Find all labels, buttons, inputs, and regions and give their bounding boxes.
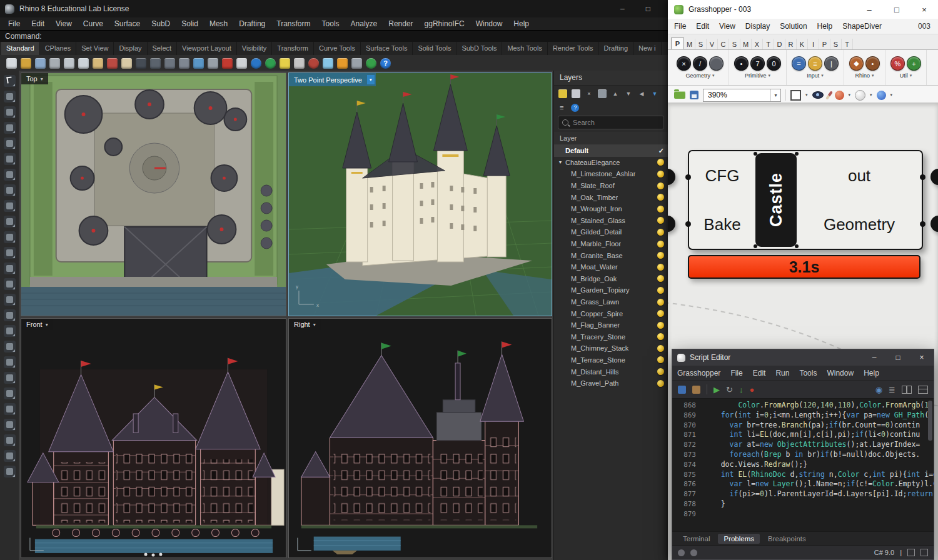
gh-menu-edit[interactable]: Edit <box>691 22 714 31</box>
rotate-tool-icon[interactable] <box>4 388 16 399</box>
ribbon-group-label[interactable]: Geometry <box>685 72 714 79</box>
layer-visibility-bulb-icon[interactable] <box>657 356 664 363</box>
zoom-dropdown[interactable]: 390% ▾ <box>703 89 781 102</box>
rhino-menu-view[interactable]: View <box>50 19 78 28</box>
rhino-menu-render[interactable]: Render <box>383 19 418 28</box>
move-up-icon[interactable]: ▲ <box>611 89 620 98</box>
gh-category-tab-15-t[interactable]: T <box>842 39 853 49</box>
toolbar-tab-viewport-layout[interactable]: Viewport Layout <box>177 42 237 55</box>
chevron-down-icon[interactable]: ▾ <box>849 92 851 98</box>
layer-visibility-bulb-icon[interactable] <box>657 229 664 236</box>
toolbar-tab-render-tools[interactable]: Render Tools <box>548 42 599 55</box>
new-file-icon[interactable] <box>6 58 17 69</box>
layer-row-m-stained-glass[interactable]: M_Stained_Glass <box>554 215 668 227</box>
front-viewport-canvas[interactable] <box>21 319 286 558</box>
line-numbers-icon[interactable]: ≣ <box>889 386 895 394</box>
gh-titlebar[interactable]: Grasshopper - 003 – □ × <box>668 0 938 19</box>
component-output-port[interactable] <box>920 221 925 227</box>
layer-visibility-bulb-icon[interactable] <box>657 287 664 294</box>
paste-icon[interactable] <box>93 58 103 69</box>
layer-row-m-bridge-oak[interactable]: M_Bridge_Oak <box>554 273 668 285</box>
gh-category-tab-5-s[interactable]: S <box>729 39 740 49</box>
layer-visibility-bulb-icon[interactable] <box>657 194 664 201</box>
filter-icon[interactable]: ▼ <box>650 89 659 98</box>
toolbar-tab-transform[interactable]: Transform <box>272 42 314 55</box>
notifications-icon[interactable] <box>690 549 697 556</box>
panel-toggle-icon[interactable] <box>920 549 928 556</box>
layer-visibility-bulb-icon[interactable] <box>657 345 664 352</box>
insert-snippet-icon[interactable]: ↓ <box>739 386 744 394</box>
layer-row-m-terrace-stone[interactable]: M_Terrace_Stone <box>554 354 668 366</box>
rhino-maximize-button[interactable]: □ <box>646 4 650 13</box>
rhino-menu-solid[interactable]: Solid <box>176 19 204 28</box>
render-preview-icon[interactable] <box>251 58 261 69</box>
box-tool-icon[interactable] <box>4 309 16 321</box>
chevron-down-icon[interactable]: ▾ <box>41 76 43 82</box>
se-menu-edit[interactable]: Edit <box>748 369 771 378</box>
se-titlebar[interactable]: Script Editor – □ × <box>672 349 934 366</box>
chevron-down-icon[interactable]: ▾ <box>46 322 48 328</box>
watch-eye-icon[interactable]: ◉ <box>875 386 882 394</box>
layer-visibility-bulb-icon[interactable] <box>657 368 664 375</box>
move-down-icon[interactable]: ▼ <box>624 89 633 98</box>
toolbar-tab-visibility[interactable]: Visibility <box>237 42 273 55</box>
zoom-dynamic-icon[interactable] <box>136 58 146 69</box>
toolbar-tab-standard[interactable]: Standard <box>1 42 40 55</box>
rotate-view-icon[interactable] <box>193 58 204 69</box>
material-ball-icon[interactable] <box>308 58 319 69</box>
print-icon[interactable] <box>49 58 60 69</box>
layer-visibility-bulb-icon[interactable] <box>657 275 664 282</box>
right-viewport-canvas[interactable] <box>289 319 552 558</box>
paint-brush-icon[interactable] <box>825 91 833 100</box>
focus-extents-icon[interactable] <box>790 90 801 101</box>
layers-search-box[interactable] <box>558 116 664 129</box>
number-slider-icon[interactable]: = <box>792 56 806 71</box>
button-icon[interactable]: | <box>824 56 839 71</box>
chevron-down-icon[interactable]: ▾ <box>805 92 808 98</box>
extrude-tool-icon[interactable] <box>4 278 16 290</box>
layer-visibility-bulb-icon[interactable] <box>657 322 664 329</box>
layer-visibility-bulb-icon[interactable] <box>657 241 664 248</box>
chevron-down-icon[interactable]: ▾ <box>870 92 872 98</box>
se-menu-window[interactable]: Window <box>822 369 859 378</box>
code-scrollbar[interactable] <box>928 401 932 441</box>
toolbar-tab-new-i[interactable]: New i <box>633 42 662 55</box>
se-menu-tools[interactable]: Tools <box>794 369 822 378</box>
new-sublayer-icon[interactable] <box>572 89 580 98</box>
freeform-tool-icon[interactable] <box>4 216 16 228</box>
help-icon[interactable]: ? <box>571 104 579 112</box>
cut-icon[interactable] <box>64 58 74 69</box>
component-input-cfg[interactable]: CFG <box>705 166 740 186</box>
gh-category-tab-6-m[interactable]: M <box>740 39 752 49</box>
circle-tool-icon[interactable] <box>4 138 16 149</box>
layer-visibility-bulb-icon[interactable] <box>657 182 664 189</box>
gh-minimize-button[interactable]: – <box>855 0 883 19</box>
layer-row-m-gravel-path[interactable]: M_Gravel_Path <box>554 378 668 389</box>
rhino-menu-help[interactable]: Help <box>508 19 535 28</box>
rhino-minimize-button[interactable]: – <box>620 4 625 13</box>
gh-category-tab-14-s[interactable]: S <box>830 39 842 49</box>
viewport-perspective[interactable]: xy Two Point Perspective ▾ <box>288 72 552 316</box>
chevron-down-icon[interactable]: ▾ <box>313 322 316 328</box>
ellipse-tool-icon[interactable] <box>4 200 16 212</box>
rhino-menu-mesh[interactable]: Mesh <box>204 19 233 28</box>
se-tab-terminal[interactable]: Terminal <box>677 534 715 544</box>
curve-tool-icon[interactable] <box>4 106 16 118</box>
gh-close-button[interactable]: × <box>910 0 938 19</box>
rhino-menu-window[interactable]: Window <box>470 19 508 28</box>
layout-toggle-icon[interactable] <box>907 549 915 556</box>
breakpoint-icon[interactable]: ● <box>749 386 754 394</box>
earth-icon[interactable] <box>366 58 376 69</box>
shaded-display-icon[interactable] <box>236 58 247 69</box>
rhino-menu-surface[interactable]: Surface <box>109 19 146 28</box>
rhino-menu-analyze[interactable]: Analyze <box>345 19 383 28</box>
rhino-menu-transform[interactable]: Transform <box>271 19 316 28</box>
layer-visibility-bulb-icon[interactable] <box>657 380 664 387</box>
mirror-tool-icon[interactable] <box>4 419 16 431</box>
gumball-icon[interactable] <box>337 58 348 69</box>
toolbar-tab-cplanes[interactable]: CPlanes <box>40 42 77 55</box>
zoom-window-icon[interactable] <box>150 58 161 69</box>
rectangle-tool-icon[interactable] <box>4 169 16 181</box>
chevron-down-icon[interactable]: ▾ <box>890 92 893 98</box>
package-manager-icon[interactable] <box>692 386 700 394</box>
